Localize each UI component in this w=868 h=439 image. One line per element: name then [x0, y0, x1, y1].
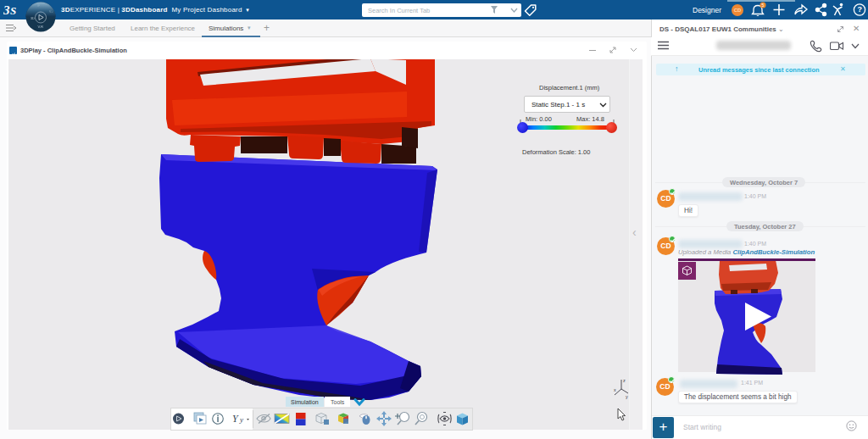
svg-text:V.R: V.R — [38, 25, 44, 29]
svg-text:?: ? — [858, 5, 863, 14]
svg-text:S: S — [10, 4, 16, 17]
svg-text:y: y — [239, 415, 243, 424]
svg-text:y: y — [626, 394, 628, 399]
svg-text:V+: V+ — [49, 10, 53, 14]
svg-text:z: z — [623, 378, 626, 383]
svg-text:5: 5 — [762, 3, 765, 8]
svg-text:3D: 3D — [31, 17, 35, 20]
svg-text:3: 3 — [3, 3, 10, 17]
svg-text:IF: IF — [37, 4, 40, 8]
svg-text:x: x — [614, 387, 616, 392]
svg-text:Y: Y — [232, 413, 239, 425]
